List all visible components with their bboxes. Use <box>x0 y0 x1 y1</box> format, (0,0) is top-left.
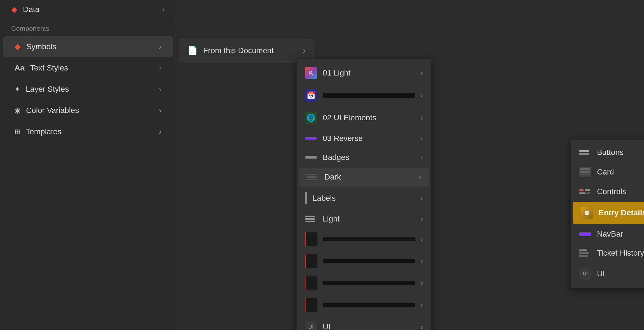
from-doc-chevron-icon: › <box>303 46 305 55</box>
menu-02-ui-label: 02 UI Elements <box>323 113 415 122</box>
data-chevron-icon: › <box>162 5 165 14</box>
menu-labels-label: Labels <box>313 194 415 203</box>
menu-item-entry-details[interactable]: 📋 Entry Details › <box>573 202 644 224</box>
menu-item-controls[interactable]: Controls › <box>571 182 644 201</box>
light-lines-icon <box>305 216 317 222</box>
sidebar-item-text-styles[interactable]: Aa Text Styles › <box>3 58 173 78</box>
menu-item-01-light[interactable]: K 01 Light › <box>297 62 431 84</box>
sidebar-item-templates[interactable]: ⊞ Templates › <box>3 122 173 142</box>
controls-icon-thumb <box>579 189 591 194</box>
navbar-icon-thumb <box>579 232 591 236</box>
thumb1-chevron: › <box>420 235 423 244</box>
menu-ui-l2-label: UI <box>597 269 644 278</box>
menu-item-03-reverse[interactable]: 03 Reverse › <box>297 129 431 148</box>
menu-item-ui[interactable]: UI UI › <box>297 316 431 330</box>
card-icon-thumb <box>579 167 591 177</box>
menu-item-thumb4[interactable]: › <box>297 294 431 316</box>
components-label: Components <box>0 19 176 35</box>
badges-icon <box>305 156 317 159</box>
menu-item-thumb2[interactable]: › <box>297 250 431 272</box>
symbols-icon: ◆ <box>15 42 21 51</box>
purple-bar-icon <box>305 137 317 140</box>
menu-03-reverse-chevron: › <box>420 134 423 143</box>
menu-item-02-ui[interactable]: 🌐 02 UI Elements › <box>297 107 431 129</box>
ticket-history-icon <box>579 249 591 257</box>
layer-styles-icon: ✦ <box>15 85 20 93</box>
redacted-bar-5 <box>323 303 415 307</box>
from-doc-label: From this Document <box>203 46 297 55</box>
calendar-icon-thumb: 📅 <box>305 89 317 102</box>
diamond-icon: ◆ <box>11 5 17 14</box>
menu-item-labels[interactable]: Labels › <box>297 187 431 209</box>
menu-labels-chevron: › <box>420 194 423 203</box>
data-item[interactable]: ◆ Data › <box>0 0 176 19</box>
text-styles-label: Text Styles <box>30 63 153 72</box>
entry-details-icon-thumb: 📋 <box>581 207 593 219</box>
templates-icon: ⊞ <box>15 128 20 136</box>
left-panel: ◆ Data › Components ◆ Symbols › Aa Text … <box>0 0 176 330</box>
menu-badges-label: Badges <box>323 153 415 162</box>
text-styles-icon: Aa <box>15 63 25 72</box>
color-variables-icon: ◉ <box>15 107 20 114</box>
thumb4-icon <box>305 298 317 312</box>
menu-03-reverse-label: 03 Reverse <box>323 134 415 143</box>
dark-icon <box>306 174 319 180</box>
menu-ticket-history-label: Ticket History <box>597 249 644 258</box>
layer-styles-label: Layer Styles <box>26 85 153 94</box>
symbols-chevron-icon: › <box>159 42 161 51</box>
level1-dropdown: K 01 Light › 📅 › 🌐 02 UI Elements › 03 R… <box>297 59 431 330</box>
menu-controls-label: Controls <box>597 187 644 196</box>
sidebar-item-layer-styles[interactable]: ✦ Layer Styles › <box>3 79 173 99</box>
menu-item-2[interactable]: 📅 › <box>297 84 431 107</box>
color-variables-chevron-icon: › <box>159 106 161 115</box>
menu-badges-chevron: › <box>420 153 423 162</box>
menu-card-label: Card <box>597 168 644 176</box>
menu-ui-label: UI <box>323 322 415 330</box>
menu-item-thumb1[interactable]: › <box>297 228 431 250</box>
ui-l2-icon: UI <box>579 268 591 280</box>
menu-item-light[interactable]: Light › <box>297 209 431 228</box>
buttons-icon-thumb <box>579 150 591 155</box>
color-variables-label: Color Variables <box>26 106 153 115</box>
menu-navbar-label: NavBar <box>597 230 644 239</box>
globe-icon-thumb: 🌐 <box>305 112 317 124</box>
data-label: Data <box>23 5 157 14</box>
menu-ui-chevron: › <box>420 322 423 330</box>
from-this-document-button[interactable]: 📄 From this Document › <box>179 39 313 62</box>
from-doc-icon: 📄 <box>187 46 198 55</box>
symbols-label: Symbols <box>26 42 153 51</box>
thumb3-icon <box>305 276 317 290</box>
templates-label: Templates <box>26 127 153 136</box>
layer-styles-chevron-icon: › <box>159 85 161 94</box>
menu-02-ui-chevron: › <box>420 113 423 122</box>
redacted-bar-1 <box>323 93 415 98</box>
text-styles-chevron-icon: › <box>159 63 161 72</box>
menu-01-light-label: 01 Light <box>323 69 415 77</box>
menu-2-chevron: › <box>420 91 423 100</box>
redacted-bar-2 <box>323 237 415 241</box>
menu-entry-details-label: Entry Details <box>599 208 644 217</box>
menu-light-chevron: › <box>420 214 423 223</box>
redacted-bar-3 <box>323 259 415 263</box>
sidebar-item-color-variables[interactable]: ◉ Color Variables › <box>3 100 173 121</box>
thumb3-chevron: › <box>420 279 423 287</box>
templates-chevron-icon: › <box>159 127 161 136</box>
menu-dark-chevron: › <box>419 173 421 181</box>
menu-light-label: Light <box>323 214 415 223</box>
menu-01-light-chevron: › <box>420 69 423 77</box>
menu-item-badges[interactable]: Badges › <box>297 148 431 167</box>
menu-item-ui-l2[interactable]: UI UI › <box>571 263 644 285</box>
menu-item-thumb3[interactable]: › <box>297 272 431 294</box>
sidebar-item-symbols[interactable]: ◆ Symbols › <box>3 36 173 57</box>
menu-item-dark[interactable]: Dark › <box>299 168 429 187</box>
labels-icon <box>305 192 307 204</box>
menu-item-buttons[interactable]: Buttons › <box>571 143 644 162</box>
menu-item-navbar[interactable]: NavBar › <box>571 225 644 244</box>
menu-dark-label: Dark <box>324 173 413 181</box>
thumb4-chevron: › <box>420 300 423 309</box>
thumb2-icon <box>305 254 317 268</box>
light-icon-thumb: K <box>305 67 317 79</box>
menu-item-card[interactable]: Card › <box>571 162 644 182</box>
menu-item-ticket-history[interactable]: Ticket History › <box>571 244 644 263</box>
menu-buttons-label: Buttons <box>597 148 644 157</box>
